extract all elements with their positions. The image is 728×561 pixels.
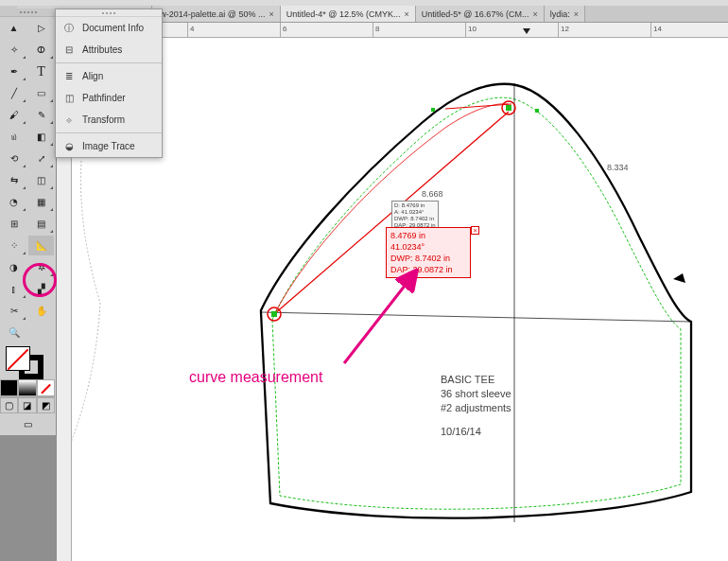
pencil-tool[interactable]: ✎ [27, 104, 55, 126]
gradient-mode-icon[interactable] [18, 379, 36, 396]
draw-inside-icon[interactable]: ◩ [37, 397, 55, 413]
width-tool[interactable]: ⇆ [0, 169, 27, 191]
eyedropper-tool[interactable]: ⁘ [0, 235, 27, 256]
draw-normal-icon[interactable]: ▢ [0, 397, 18, 413]
annotation-label: curve measurement [189, 369, 322, 386]
lasso-tool[interactable]: ⵀ [27, 39, 55, 61]
panel-menu[interactable]: ⓘDocument Info⊟Attributes≣Align◫Pathfind… [55, 9, 163, 158]
free-transform-tool[interactable]: ◫ [27, 169, 55, 191]
tab-label: Untitled-5* @ 16.67% (CM... [422, 9, 529, 19]
measure-tool[interactable]: 📐 [27, 235, 55, 256]
close-icon[interactable]: × [574, 9, 579, 19]
close-icon[interactable]: × [404, 9, 408, 19]
draw-mode-bar[interactable]: ▢ ◪ ◩ [0, 396, 55, 413]
close-icon[interactable]: × [532, 9, 537, 19]
menu-item-label: Pathfinder [82, 93, 126, 103]
slice-tool[interactable]: ✂ [0, 300, 27, 322]
annotation-arrow [72, 38, 728, 561]
gradient-tool[interactable]: ▤ [27, 213, 55, 235]
fill-stroke-swatch[interactable] [0, 343, 55, 379]
pathfinder-icon: ◫ [61, 91, 77, 106]
transform-icon: ⟐ [61, 113, 77, 128]
eraser-tool[interactable]: ◧ [27, 126, 55, 148]
symbol-sprayer-tool[interactable]: ✲ [27, 256, 55, 278]
hand-tool[interactable]: ✋ [27, 300, 55, 322]
mesh-tool[interactable]: ⊞ [0, 213, 27, 235]
brush-tool[interactable]: 🖌 [0, 104, 27, 126]
rotate-tool[interactable]: ⟲ [0, 148, 27, 169]
tab-label: lydia: [550, 9, 570, 19]
tools-panel: ▲ ▷ ✧ ⵀ ✒ T ╱ ▭ 🖌 ✎ ௰ ◧ ⟲ ⤢ ⇆ ◫ ◔ ▦ ⊞ ▤ … [0, 9, 57, 435]
none-mode-icon[interactable] [37, 379, 55, 396]
menu-item[interactable]: ≣Align [56, 65, 162, 87]
shape-builder-tool[interactable]: ◔ [0, 191, 27, 213]
ruler-marker [520, 23, 529, 38]
perspective-tool[interactable]: ▦ [27, 191, 55, 213]
artboard-tool[interactable]: ▞ [27, 278, 55, 300]
toggle-fill-stroke-icon[interactable] [27, 322, 55, 343]
zoom-tool[interactable]: 🔍 [0, 322, 27, 343]
document-tab[interactable]: Untitled-4* @ 12.5% (CMYK...× [281, 6, 416, 22]
type-tool[interactable]: T [27, 61, 55, 82]
tab-label: fw-2014-palette.ai @ 50% ... [158, 9, 266, 19]
menu-item-label: Transform [82, 114, 125, 125]
menu-item[interactable]: ⊟Attributes [56, 39, 162, 61]
image-trace-icon: ◒ [61, 139, 77, 154]
direct-selection-tool[interactable]: ▷ [27, 17, 55, 39]
menu-item[interactable]: ◫Pathfinder [56, 87, 162, 109]
document-canvas[interactable]: 8.668 8.334 BASIC TEE 36 short sleeve #2… [72, 38, 728, 561]
document-tab[interactable]: fw-2014-palette.ai @ 50% ...× [152, 6, 281, 22]
menu-item[interactable]: ⓘDocument Info [56, 17, 162, 39]
close-icon[interactable]: × [269, 9, 273, 19]
info-icon: ⓘ [61, 21, 77, 36]
graph-tool[interactable]: ⫿ [0, 278, 27, 300]
menu-item-label: Attributes [82, 44, 122, 55]
panel-handle-icon[interactable] [0, 9, 56, 17]
scale-tool[interactable]: ⤢ [27, 148, 55, 169]
menu-item-label: Align [82, 71, 103, 81]
line-tool[interactable]: ╱ [0, 82, 27, 104]
rectangle-tool[interactable]: ▭ [27, 82, 55, 104]
menu-item-label: Document Info [82, 23, 144, 33]
blob-brush-tool[interactable]: ௰ [0, 126, 27, 148]
attributes-icon: ⊟ [61, 43, 77, 58]
color-mode-icon[interactable] [0, 379, 18, 396]
menu-item[interactable]: ◒Image Trace [56, 135, 162, 157]
pen-tool[interactable]: ✒ [0, 61, 27, 82]
blend-tool[interactable]: ◑ [0, 256, 27, 278]
menu-item[interactable]: ⟐Transform [56, 109, 162, 131]
svg-line-10 [344, 272, 415, 363]
screen-mode-button[interactable]: ▭ [0, 413, 55, 435]
panel-handle-icon[interactable] [56, 9, 162, 17]
align-icon: ≣ [61, 69, 77, 84]
menu-item-label: Image Trace [82, 141, 135, 151]
selection-tool[interactable]: ▲ [0, 17, 27, 39]
fill-mode-bar[interactable] [0, 379, 55, 396]
tab-label: Untitled-4* @ 12.5% (CMYK... [286, 9, 401, 19]
document-tab[interactable]: Untitled-5* @ 16.67% (CM...× [416, 6, 545, 22]
document-tab[interactable]: lydia:× [545, 6, 585, 22]
magic-wand-tool[interactable]: ✧ [0, 39, 27, 61]
draw-behind-icon[interactable]: ◪ [18, 397, 36, 413]
